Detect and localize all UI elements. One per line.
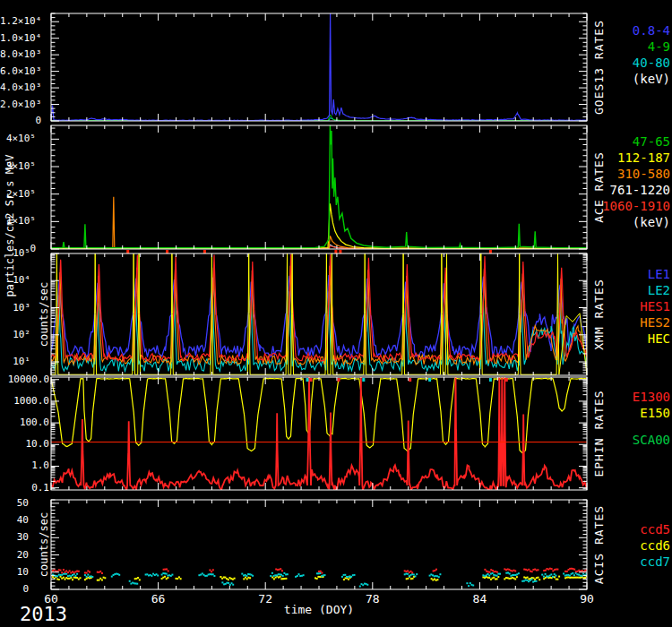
series-LE2 <box>51 291 587 371</box>
flag-mark <box>126 250 129 253</box>
panel-ephin-series <box>51 376 589 491</box>
flag-mark <box>489 378 492 382</box>
series-112-187 <box>51 203 587 248</box>
flag-mark <box>409 378 411 382</box>
flag-mark <box>505 378 508 382</box>
flag-mark <box>337 378 340 382</box>
panel-goes13-series <box>51 13 587 121</box>
flag-mark <box>310 378 313 382</box>
series-HES1 <box>51 254 587 362</box>
flag-mark <box>166 250 168 253</box>
flag-mark <box>362 378 365 382</box>
flag-mark <box>203 250 206 253</box>
flag-mark <box>306 378 309 382</box>
series-0.8-4 <box>51 13 587 121</box>
series-LE1 <box>50 275 587 357</box>
flag-mark <box>428 378 431 382</box>
flag-mark <box>489 250 492 253</box>
panel-xmm-series <box>50 253 587 374</box>
series-47-65 <box>51 125 587 248</box>
series-310-580 <box>51 197 587 249</box>
plot-canvas <box>0 0 672 627</box>
multi-panel-radiation-plot: GOES13 RATES ACE RATES XMM RATES EPHIN R… <box>0 0 672 627</box>
panel-acis-series <box>52 568 588 588</box>
panel-ace-series <box>51 125 587 249</box>
flag-mark <box>334 250 337 253</box>
flag-mark <box>339 250 341 253</box>
panel-ace-frame <box>51 125 587 249</box>
panel-goes13-frame <box>51 13 587 121</box>
